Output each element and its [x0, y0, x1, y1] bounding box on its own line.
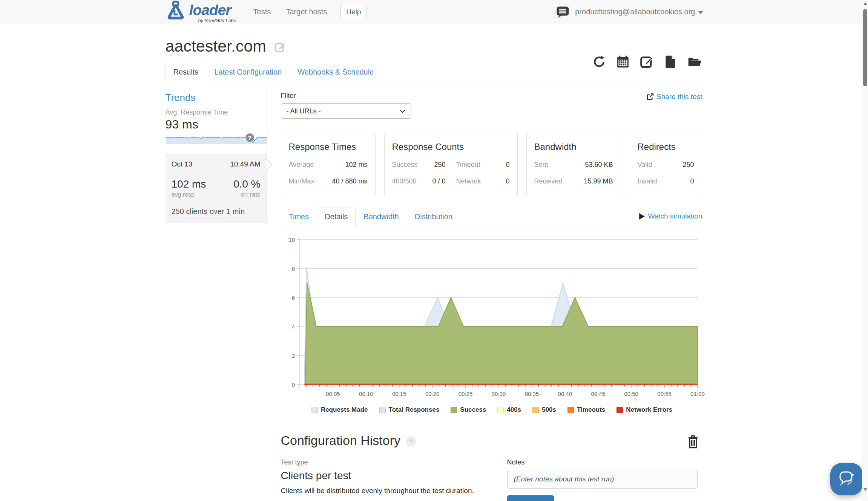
loader-weight-icon: [166, 0, 186, 21]
legend-item-400s[interactable]: 400s: [497, 406, 521, 414]
legend-item-total-responses[interactable]: Total Responses: [379, 406, 440, 414]
refresh-icon[interactable]: [592, 55, 606, 69]
run-avg-response: 102 ms: [172, 178, 206, 190]
tab-results[interactable]: Results: [166, 63, 207, 81]
chart-tabs: TimesDetailsBandwidthDistribution Watch …: [281, 208, 703, 226]
trends-sidebar: Trends Avg. Response Time 93 ms ? Oct 13…: [166, 87, 267, 223]
svg-text:00:35: 00:35: [524, 391, 539, 397]
account-email: producttesting@allaboutcookies.org: [575, 8, 695, 16]
loader-logo[interactable]: loader by SendGrid Labs: [166, 0, 236, 23]
tab-webhooks-schedule[interactable]: Webhooks & Schedule: [290, 63, 382, 81]
card-redirects: RedirectsValid250Invalid0: [630, 133, 702, 196]
watch-simulation-link[interactable]: Watch simulation: [639, 212, 702, 220]
chat-launcher-button[interactable]: [830, 463, 863, 495]
scrollbar-down-arrow-icon[interactable]: [863, 488, 867, 491]
legend-swatch: [567, 407, 574, 413]
share-icon: [646, 93, 654, 101]
nav-link-target-hosts[interactable]: Target hosts: [286, 8, 327, 16]
stat-value: 0: [506, 161, 509, 169]
edit-icon[interactable]: [639, 55, 654, 69]
folder-open-icon[interactable]: [687, 55, 702, 69]
run-error-label: err rate: [233, 191, 261, 198]
svg-text:00:50: 00:50: [624, 391, 638, 397]
main-tabs: ResultsLatest ConfigurationWebhooks & Sc…: [166, 63, 703, 81]
legend-item-timeouts[interactable]: Timeouts: [567, 406, 605, 414]
card-title: Response Times: [289, 142, 368, 152]
logo-wordmark: loader: [189, 3, 236, 17]
page-scrollbar[interactable]: [862, 0, 868, 501]
svg-text:01:00: 01:00: [690, 391, 705, 397]
stat-invalid: Invalid0: [638, 177, 694, 185]
stat-value: 250: [434, 161, 445, 169]
message-icon[interactable]: [556, 6, 569, 18]
chat-bubbles-icon: [837, 470, 856, 488]
svg-text:00:45: 00:45: [591, 391, 605, 397]
legend-item-success[interactable]: Success: [451, 406, 486, 414]
url-filter-select[interactable]: - All URLs -: [281, 104, 411, 118]
trash-icon[interactable]: [687, 435, 699, 449]
legend-item-500s[interactable]: 500s: [532, 406, 556, 414]
legend-item-requests-made[interactable]: Requests Made: [311, 406, 368, 414]
chart-tab-times[interactable]: Times: [281, 208, 317, 226]
tab-latest-configuration[interactable]: Latest Configuration: [206, 63, 290, 81]
stat-label: Network: [456, 177, 481, 185]
stat-value: 15.99 MB: [584, 177, 613, 185]
svg-text:4: 4: [291, 324, 294, 330]
account-dropdown[interactable]: producttesting@allaboutcookies.org: [575, 8, 702, 16]
legend-swatch: [379, 407, 386, 413]
stat-sent: Sent53.60 KB: [534, 161, 613, 169]
stat-label: Timeout: [456, 161, 480, 169]
avg-response-time-value: 93 ms: [166, 118, 267, 131]
svg-text:00:10: 00:10: [359, 391, 373, 397]
test-type-label: Test type: [281, 458, 476, 466]
configuration-history: Configuration History ? Test type: [281, 433, 703, 501]
configuration-history-title: Configuration History: [281, 433, 400, 448]
svg-text:10: 10: [288, 237, 295, 243]
play-icon: [639, 213, 645, 220]
svg-text:8: 8: [291, 266, 294, 272]
legend-swatch: [497, 407, 504, 413]
card-title: Response Counts: [392, 142, 510, 152]
scrollbar-thumb[interactable]: [863, 9, 867, 86]
stat-timeout: Timeout0: [456, 161, 510, 169]
test-run-item[interactable]: Oct 13 10:49 AM 102 ms avg resp 0.0 % er…: [166, 154, 267, 223]
help-button[interactable]: Help: [340, 5, 367, 19]
test-type-value: Clients per test: [281, 470, 476, 482]
test-action-icons: [592, 55, 702, 69]
svg-text:00:20: 00:20: [425, 391, 439, 397]
stat-received: Received15.99 MB: [534, 177, 613, 185]
copy-icon[interactable]: [663, 55, 678, 69]
stat-label: Success: [392, 161, 418, 169]
share-test-link[interactable]: Share this test: [646, 93, 702, 101]
chart-tab-distribution[interactable]: Distribution: [407, 208, 460, 226]
details-chart: 024681000:0500:1000:1500:2000:2500:3000:…: [281, 232, 703, 414]
legend-swatch: [311, 407, 318, 413]
stat-valid: Valid250: [638, 161, 694, 169]
stat-label: Average: [289, 161, 314, 169]
svg-text:00:30: 00:30: [491, 391, 506, 397]
config-help-badge[interactable]: ?: [406, 437, 416, 446]
calendar-icon[interactable]: [616, 55, 630, 69]
card-title: Redirects: [638, 142, 694, 152]
card-response-times: Response TimesAverage102 msMin/Max40 / 8…: [281, 133, 376, 196]
stat-label: Valid: [638, 161, 652, 169]
run-date: Oct 13: [172, 160, 193, 168]
stat-label: Invalid: [638, 177, 657, 185]
legend-label: Network Errors: [626, 406, 672, 414]
edit-pencil-icon[interactable]: [274, 41, 286, 53]
legend-item-network-errors[interactable]: Network Errors: [616, 406, 672, 414]
stat-value: 0: [690, 177, 694, 185]
trends-link[interactable]: Trends: [166, 92, 267, 104]
notes-input[interactable]: [507, 470, 698, 489]
chart-tab-bandwidth[interactable]: Bandwidth: [356, 208, 406, 226]
nav-link-tests[interactable]: Tests: [253, 8, 271, 16]
edit-note-button[interactable]: Edit Note: [507, 495, 554, 501]
chart-tab-details[interactable]: Details: [317, 208, 356, 226]
legend-label: 500s: [542, 406, 556, 414]
chart-legend: Requests MadeTotal ResponsesSuccess400s5…: [281, 406, 703, 414]
scrollbar-up-arrow-icon[interactable]: [863, 2, 867, 5]
trends-help-badge[interactable]: ?: [245, 133, 255, 143]
legend-label: 400s: [507, 406, 521, 414]
legend-swatch: [532, 407, 539, 413]
filter-label: Filter: [281, 92, 703, 100]
